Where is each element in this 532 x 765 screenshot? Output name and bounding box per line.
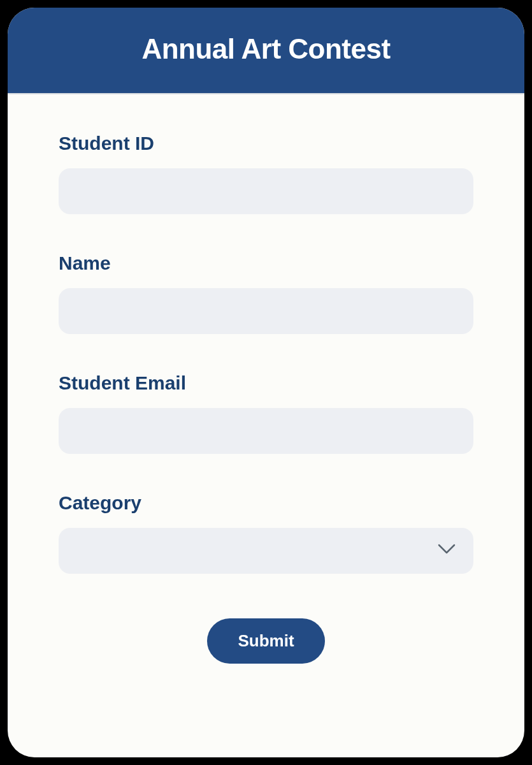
category-field-group: Category xyxy=(59,492,473,574)
form-body: Student ID Name Student Email Category xyxy=(8,94,524,757)
form-card: Annual Art Contest Student ID Name Stude… xyxy=(8,8,524,757)
category-select-wrapper xyxy=(59,528,473,574)
name-label: Name xyxy=(59,252,473,274)
name-field-group: Name xyxy=(59,252,473,334)
email-input[interactable] xyxy=(59,408,473,454)
email-label: Student Email xyxy=(59,372,473,394)
name-input[interactable] xyxy=(59,288,473,334)
category-select[interactable] xyxy=(59,528,473,574)
form-header: Annual Art Contest xyxy=(8,8,524,94)
form-title: Annual Art Contest xyxy=(20,33,512,65)
category-label: Category xyxy=(59,492,473,514)
submit-button[interactable]: Submit xyxy=(207,618,324,664)
email-field-group: Student Email xyxy=(59,372,473,454)
student-id-field-group: Student ID xyxy=(59,133,473,214)
submit-wrapper: Submit xyxy=(59,618,473,664)
student-id-label: Student ID xyxy=(59,133,473,154)
student-id-input[interactable] xyxy=(59,168,473,214)
